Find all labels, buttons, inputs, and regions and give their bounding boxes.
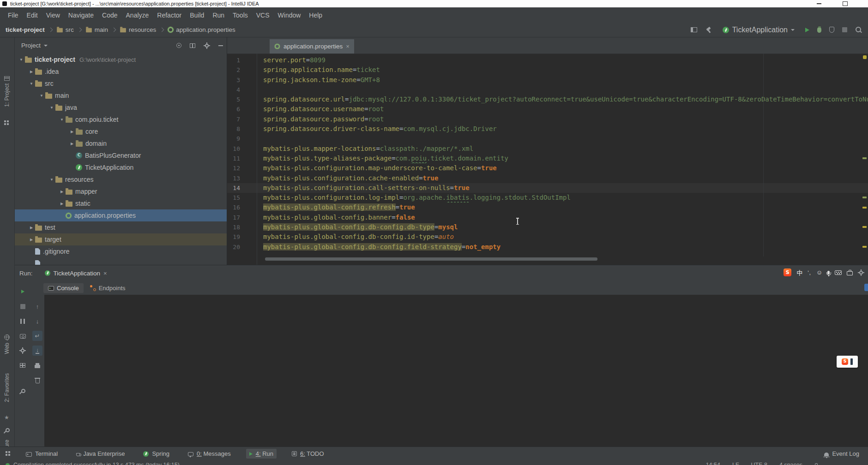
- line-number[interactable]: 18: [227, 222, 257, 232]
- menu-file[interactable]: File: [4, 10, 23, 21]
- chevron-down-icon[interactable]: ▼: [58, 118, 66, 122]
- locate-file-icon[interactable]: [176, 43, 181, 48]
- line-number[interactable]: 20: [227, 242, 257, 252]
- stripe-web-label[interactable]: Web: [4, 343, 10, 354]
- project-tree-item-application-properties[interactable]: application.properties: [15, 209, 227, 221]
- warning-stripe-mark[interactable]: [862, 207, 867, 209]
- breadcrumb-resources[interactable]: resources: [120, 26, 156, 33]
- status-4-spaces[interactable]: 4 spaces: [779, 462, 802, 465]
- gear-icon[interactable]: [204, 42, 210, 49]
- project-tree-item-core[interactable]: ▶core: [15, 125, 227, 137]
- code-line-16[interactable]: 16mybatis-plus.global-config.refresh=tru…: [227, 203, 868, 212]
- close-tab-icon[interactable]: [346, 43, 350, 49]
- line-content[interactable]: mybatis-plus.mapper-locations=classpath:…: [257, 144, 868, 154]
- line-number[interactable]: 11: [227, 154, 257, 163]
- ime-punctuation-icon[interactable]: ’,: [808, 270, 811, 275]
- project-tree-item-com-poiu-ticket[interactable]: ▼com.poiu.ticket: [15, 113, 227, 125]
- stripe-favorites-label[interactable]: 2: Favorites: [4, 373, 10, 402]
- chevron-right-icon[interactable]: ▶: [68, 142, 76, 146]
- layout-button[interactable]: [18, 360, 28, 370]
- camera-button[interactable]: [18, 331, 28, 341]
- line-number[interactable]: 9: [227, 134, 257, 143]
- web-globe-icon[interactable]: [4, 334, 10, 340]
- line-content[interactable]: mybatis-plus.configuration.map-underscor…: [257, 163, 868, 173]
- soft-wrap-button[interactable]: ↵: [32, 331, 42, 341]
- line-number[interactable]: 1: [227, 55, 257, 65]
- line-content[interactable]: mybatis-plus.global-config.banner=false: [257, 213, 868, 222]
- code-line-15[interactable]: 15mybatis-plus.configuration.log-impl=or…: [227, 193, 868, 203]
- chevron-down-icon[interactable]: ▼: [48, 106, 55, 110]
- line-content[interactable]: [257, 134, 868, 143]
- menu-view[interactable]: View: [42, 10, 64, 21]
- code-line-4[interactable]: 4: [227, 85, 868, 95]
- horizontal-scrollbar[interactable]: [265, 257, 597, 261]
- code-line-13[interactable]: 13mybatis-plus.configuration.cache-enabl…: [227, 173, 868, 183]
- chevron-down-icon[interactable]: [44, 45, 48, 47]
- project-toolwindow-icon[interactable]: [4, 76, 10, 81]
- menu-run[interactable]: Run: [208, 10, 229, 21]
- project-tree-item-mapper[interactable]: ▶mapper: [15, 185, 227, 197]
- stop-button[interactable]: [842, 27, 847, 32]
- warning-stripe-mark[interactable]: [862, 197, 867, 198]
- toolwindow-button-4-run[interactable]: 4: Run: [246, 449, 277, 459]
- breadcrumb-src[interactable]: src: [56, 26, 74, 33]
- sogou-logo-icon[interactable]: [784, 268, 791, 276]
- project-tree-item-gitignore[interactable]: .gitignore: [15, 245, 227, 257]
- menu-analyze[interactable]: Analyze: [122, 10, 153, 21]
- code-line-2[interactable]: 2spring.application.name=ticket: [227, 65, 868, 75]
- project-tree-item-ticket-project[interactable]: ▼ticket-projectG:\work\ticket-project: [15, 54, 227, 66]
- gear-icon[interactable]: [858, 269, 864, 276]
- line-number[interactable]: 10: [227, 144, 257, 154]
- chevron-down-icon[interactable]: ▼: [18, 58, 25, 62]
- line-content[interactable]: mybatis-plus.configuration.cache-enabled…: [257, 173, 868, 183]
- menu-code[interactable]: Code: [98, 10, 121, 21]
- star-icon[interactable]: ★: [4, 415, 9, 420]
- line-number[interactable]: 12: [227, 163, 257, 173]
- line-content[interactable]: mybatis-plus.configuration.call-setters-…: [257, 183, 868, 193]
- console-output[interactable]: [44, 295, 868, 447]
- chevron-down-icon[interactable]: ▼: [48, 178, 55, 182]
- line-content[interactable]: spring.jackson.time-zone=GMT+8: [257, 75, 868, 85]
- stripe-project-label[interactable]: 1: Project: [4, 83, 10, 107]
- menu-navigate[interactable]: Navigate: [64, 10, 98, 21]
- run-tab-endpoints[interactable]: Endpoints: [85, 283, 130, 293]
- chevron-right-icon[interactable]: ▶: [28, 226, 35, 230]
- ime-toolbox-icon[interactable]: [847, 271, 853, 275]
- line-content[interactable]: spring.application.name=ticket: [257, 65, 868, 75]
- line-number[interactable]: 16: [227, 203, 257, 212]
- project-tree-item-test[interactable]: ▶test: [15, 221, 227, 233]
- line-content[interactable]: spring.datasource.username=root: [257, 104, 868, 114]
- settings-button[interactable]: [18, 346, 28, 356]
- code-line-19[interactable]: 19mybatis-plus.global-config.db-config.i…: [227, 232, 868, 242]
- menu-vcs[interactable]: VCS: [252, 10, 274, 21]
- menu-tools[interactable]: Tools: [229, 10, 252, 21]
- chevron-right-icon[interactable]: ▶: [28, 238, 35, 242]
- code-line-17[interactable]: 17mybatis-plus.global-config.banner=fals…: [227, 213, 868, 222]
- code-line-14[interactable]: 14mybatis-plus.configuration.call-setter…: [227, 183, 868, 193]
- pause-button[interactable]: [18, 316, 28, 326]
- project-tree-item-batisplusgenerator[interactable]: BatisPlusGenerator: [15, 149, 227, 161]
- project-tree-item-main[interactable]: ▼main: [15, 89, 227, 101]
- line-content[interactable]: spring.datasource.url=jdbc:mysql://127.0…: [257, 95, 868, 104]
- close-session-icon[interactable]: [103, 270, 107, 276]
- line-number[interactable]: 14: [227, 183, 257, 193]
- toolwindow-button-event-log[interactable]: Event Log: [821, 449, 862, 459]
- code-line-11[interactable]: 11mybatis-plus.type-aliases-package=com.…: [227, 154, 868, 163]
- project-tree-item-idea[interactable]: ▶.idea: [15, 66, 227, 78]
- line-content[interactable]: [257, 85, 868, 95]
- chevron-down-icon[interactable]: ▼: [28, 82, 35, 86]
- menu-build[interactable]: Build: [186, 10, 208, 21]
- pin-icon[interactable]: [4, 428, 10, 434]
- line-number[interactable]: 4: [227, 85, 257, 95]
- line-number[interactable]: 6: [227, 104, 257, 114]
- breadcrumb-ticket-project[interactable]: ticket-project: [6, 26, 45, 33]
- project-tree-item-resources[interactable]: ▼resources: [15, 173, 227, 185]
- toolwindow-button-java-enterprise[interactable]: Java Enterprise: [73, 449, 128, 459]
- run-configuration-selector[interactable]: TicketApplication: [720, 25, 797, 35]
- status-utf-8[interactable]: UTF-8: [751, 462, 767, 465]
- line-number[interactable]: 5: [227, 95, 257, 104]
- collapse-all-icon[interactable]: [190, 43, 195, 48]
- line-content[interactable]: spring.datasource.password=root: [257, 114, 868, 124]
- down-button[interactable]: ↓: [32, 316, 42, 326]
- line-number[interactable]: 2: [227, 65, 257, 75]
